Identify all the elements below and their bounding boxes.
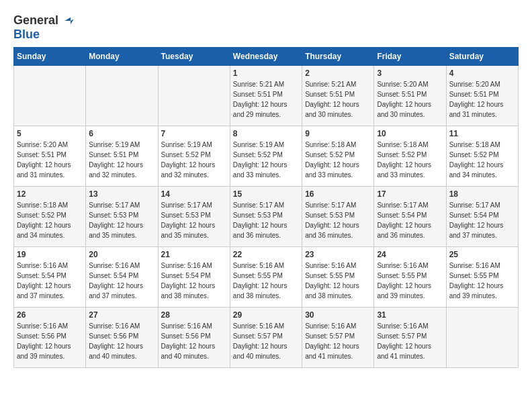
calendar-cell: 8Sunrise: 5:19 AMSunset: 5:52 PMDaylight… (230, 126, 302, 186)
day-number: 22 (233, 250, 299, 259)
calendar-cell: 17Sunrise: 5:17 AMSunset: 5:54 PMDayligh… (374, 186, 446, 246)
day-number: 19 (17, 250, 83, 259)
day-info: Sunrise: 5:18 AMSunset: 5:52 PMDaylight:… (305, 141, 359, 179)
calendar-cell (446, 307, 518, 367)
day-info: Sunrise: 5:19 AMSunset: 5:52 PMDaylight:… (233, 141, 287, 179)
day-info: Sunrise: 5:20 AMSunset: 5:51 PMDaylight:… (17, 141, 71, 179)
logo-blue: Blue (13, 28, 40, 42)
day-number: 13 (89, 189, 154, 199)
day-info: Sunrise: 5:17 AMSunset: 5:53 PMDaylight:… (233, 201, 287, 239)
header-day-friday: Friday (374, 47, 446, 65)
calendar-cell: 25Sunrise: 5:16 AMSunset: 5:55 PMDayligh… (446, 246, 518, 307)
header-row: SundayMondayTuesdayWednesdayThursdayFrid… (14, 47, 519, 65)
day-info: Sunrise: 5:18 AMSunset: 5:52 PMDaylight:… (17, 201, 71, 239)
calendar-table: SundayMondayTuesdayWednesdayThursdayFrid… (13, 47, 519, 368)
day-number: 16 (305, 189, 371, 199)
day-info: Sunrise: 5:16 AMSunset: 5:56 PMDaylight:… (17, 322, 71, 360)
calendar-cell: 26Sunrise: 5:16 AMSunset: 5:56 PMDayligh… (14, 307, 86, 367)
header-day-wednesday: Wednesday (230, 47, 302, 65)
calendar-cell (158, 65, 230, 126)
week-row-5: 26Sunrise: 5:16 AMSunset: 5:56 PMDayligh… (14, 307, 519, 367)
calendar-cell: 5Sunrise: 5:20 AMSunset: 5:51 PMDaylight… (14, 126, 86, 186)
calendar-cell: 4Sunrise: 5:20 AMSunset: 5:51 PMDaylight… (446, 65, 518, 126)
day-number: 18 (449, 189, 515, 199)
day-number: 25 (449, 250, 515, 259)
svg-marker-0 (64, 17, 73, 24)
calendar-cell: 7Sunrise: 5:19 AMSunset: 5:52 PMDaylight… (158, 126, 230, 186)
day-info: Sunrise: 5:21 AMSunset: 5:51 PMDaylight:… (233, 81, 287, 118)
day-number: 3 (377, 68, 443, 78)
day-info: Sunrise: 5:17 AMSunset: 5:54 PMDaylight:… (377, 201, 431, 239)
calendar-cell: 15Sunrise: 5:17 AMSunset: 5:53 PMDayligh… (230, 186, 302, 246)
day-number: 8 (233, 129, 299, 138)
day-number: 10 (377, 129, 443, 138)
day-info: Sunrise: 5:21 AMSunset: 5:51 PMDaylight:… (305, 81, 359, 118)
logo: General Blue (13, 13, 75, 42)
day-number: 26 (17, 310, 83, 320)
day-number: 20 (89, 250, 154, 259)
header-day-tuesday: Tuesday (158, 47, 230, 65)
day-info: Sunrise: 5:16 AMSunset: 5:57 PMDaylight:… (305, 322, 359, 360)
header-day-sunday: Sunday (14, 47, 86, 65)
logo-bird-icon (60, 13, 75, 28)
day-number: 14 (161, 189, 227, 199)
day-info: Sunrise: 5:20 AMSunset: 5:51 PMDaylight:… (449, 81, 504, 118)
day-number: 27 (89, 310, 154, 320)
day-number: 29 (233, 310, 299, 320)
calendar-cell: 13Sunrise: 5:17 AMSunset: 5:53 PMDayligh… (86, 186, 158, 246)
day-info: Sunrise: 5:17 AMSunset: 5:53 PMDaylight:… (89, 201, 143, 239)
calendar-cell: 18Sunrise: 5:17 AMSunset: 5:54 PMDayligh… (446, 186, 518, 246)
calendar-cell: 22Sunrise: 5:16 AMSunset: 5:55 PMDayligh… (230, 246, 302, 307)
day-number: 17 (377, 189, 443, 199)
day-number: 5 (17, 129, 83, 138)
day-info: Sunrise: 5:16 AMSunset: 5:55 PMDaylight:… (305, 262, 359, 300)
day-info: Sunrise: 5:16 AMSunset: 5:56 PMDaylight:… (89, 322, 143, 360)
calendar-cell (86, 65, 158, 126)
day-number: 30 (305, 310, 371, 320)
calendar-cell: 12Sunrise: 5:18 AMSunset: 5:52 PMDayligh… (14, 186, 86, 246)
calendar-cell: 30Sunrise: 5:16 AMSunset: 5:57 PMDayligh… (302, 307, 374, 367)
day-number: 11 (449, 129, 515, 138)
day-info: Sunrise: 5:16 AMSunset: 5:56 PMDaylight:… (161, 322, 216, 360)
calendar-cell: 28Sunrise: 5:16 AMSunset: 5:56 PMDayligh… (158, 307, 230, 367)
week-row-2: 5Sunrise: 5:20 AMSunset: 5:51 PMDaylight… (14, 126, 519, 186)
day-info: Sunrise: 5:19 AMSunset: 5:52 PMDaylight:… (161, 141, 216, 179)
calendar-cell: 6Sunrise: 5:19 AMSunset: 5:51 PMDaylight… (86, 126, 158, 186)
week-row-4: 19Sunrise: 5:16 AMSunset: 5:54 PMDayligh… (14, 246, 519, 307)
header-day-thursday: Thursday (302, 47, 374, 65)
calendar-cell: 23Sunrise: 5:16 AMSunset: 5:55 PMDayligh… (302, 246, 374, 307)
day-info: Sunrise: 5:17 AMSunset: 5:53 PMDaylight:… (305, 201, 359, 239)
logo-general: General (13, 14, 58, 28)
calendar-cell: 24Sunrise: 5:16 AMSunset: 5:55 PMDayligh… (374, 246, 446, 307)
day-info: Sunrise: 5:16 AMSunset: 5:55 PMDaylight:… (449, 262, 504, 300)
day-number: 6 (89, 129, 154, 138)
day-number: 7 (161, 129, 227, 138)
calendar-cell: 19Sunrise: 5:16 AMSunset: 5:54 PMDayligh… (14, 246, 86, 307)
calendar-cell: 29Sunrise: 5:16 AMSunset: 5:57 PMDayligh… (230, 307, 302, 367)
calendar-cell: 3Sunrise: 5:20 AMSunset: 5:51 PMDaylight… (374, 65, 446, 126)
day-info: Sunrise: 5:16 AMSunset: 5:54 PMDaylight:… (161, 262, 216, 300)
day-number: 31 (377, 310, 443, 320)
day-number: 4 (449, 68, 515, 78)
calendar-cell: 21Sunrise: 5:16 AMSunset: 5:54 PMDayligh… (158, 246, 230, 307)
day-info: Sunrise: 5:17 AMSunset: 5:53 PMDaylight:… (161, 201, 216, 239)
day-info: Sunrise: 5:16 AMSunset: 5:57 PMDaylight:… (377, 322, 431, 360)
calendar-cell: 31Sunrise: 5:16 AMSunset: 5:57 PMDayligh… (374, 307, 446, 367)
header-day-saturday: Saturday (446, 47, 518, 65)
calendar-cell: 1Sunrise: 5:21 AMSunset: 5:51 PMDaylight… (230, 65, 302, 126)
day-info: Sunrise: 5:17 AMSunset: 5:54 PMDaylight:… (449, 201, 504, 239)
day-info: Sunrise: 5:16 AMSunset: 5:54 PMDaylight:… (89, 262, 143, 300)
day-number: 15 (233, 189, 299, 199)
day-info: Sunrise: 5:16 AMSunset: 5:57 PMDaylight:… (233, 322, 287, 360)
day-number: 24 (377, 250, 443, 259)
calendar-cell: 20Sunrise: 5:16 AMSunset: 5:54 PMDayligh… (86, 246, 158, 307)
calendar-cell: 9Sunrise: 5:18 AMSunset: 5:52 PMDaylight… (302, 126, 374, 186)
calendar-cell (14, 65, 86, 126)
day-info: Sunrise: 5:16 AMSunset: 5:55 PMDaylight:… (233, 262, 287, 300)
calendar-cell: 14Sunrise: 5:17 AMSunset: 5:53 PMDayligh… (158, 186, 230, 246)
day-number: 9 (305, 129, 371, 138)
day-number: 23 (305, 250, 371, 259)
day-number: 1 (233, 68, 299, 78)
header: General Blue (13, 13, 519, 42)
day-info: Sunrise: 5:16 AMSunset: 5:54 PMDaylight:… (17, 262, 71, 300)
